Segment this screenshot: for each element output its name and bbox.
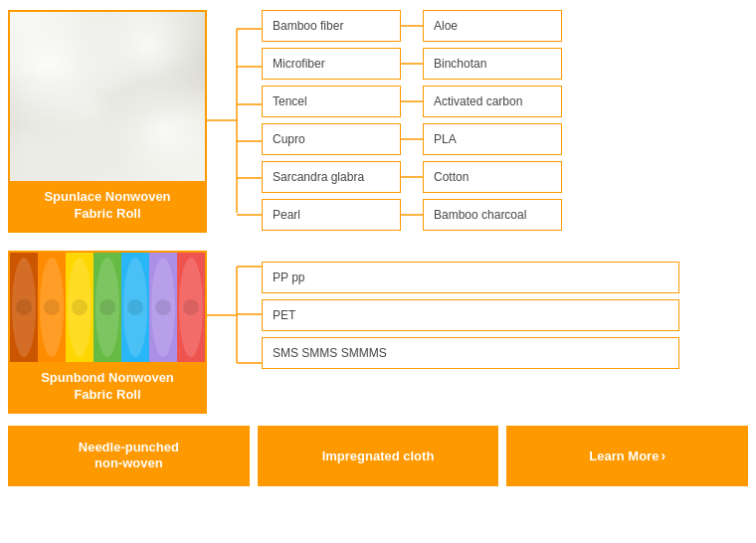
spunlace-label: Spunlace Nonwoven Fabric Roll: [10, 181, 205, 231]
impregnated-cloth-card[interactable]: Impregnated cloth: [258, 426, 499, 487]
spunbond-label: Spunbond Nonwoven Fabric Roll: [10, 362, 205, 412]
node-activated-carbon: Activated carbon: [423, 86, 562, 117]
node-cotton: Cotton: [423, 161, 562, 193]
connector-0: [401, 10, 423, 42]
spunlace-section: Spunlace Nonwoven Fabric Roll: [8, 10, 748, 233]
spunlace-card: Spunlace Nonwoven Fabric Roll: [8, 10, 207, 233]
impregnated-label: Impregnated cloth: [322, 449, 435, 463]
svg-point-30: [72, 299, 88, 315]
node-pet: PET: [262, 299, 679, 331]
spunlace-row-2: Tencel Activated carbon: [262, 86, 562, 117]
svg-point-29: [44, 299, 60, 315]
spunbond-svg: [10, 253, 205, 362]
node-cupro: Cupro: [262, 123, 401, 155]
svg-point-33: [155, 299, 171, 315]
node-bamboo-fiber: Bamboo fiber: [262, 10, 401, 42]
learn-more-content: Learn More›: [589, 448, 665, 463]
node-sarcandra: Sarcandra glabra: [262, 161, 401, 193]
svg-point-28: [16, 299, 32, 315]
node-microfiber: Microfiber: [262, 48, 401, 80]
connector-2: [401, 86, 423, 117]
spunbond-branches: [207, 251, 262, 380]
spunbond-card: Spunbond Nonwoven Fabric Roll: [8, 251, 207, 414]
spunbond-tree: PP pp PET SMS SMMS SMMMS: [207, 251, 748, 380]
spunlace-row-4: Sarcandra glabra Cotton: [262, 161, 562, 193]
spunlace-col1-container: Bamboo fiber Aloe Microfiber Binchotan: [262, 10, 562, 231]
learn-more-arrow: ›: [661, 448, 665, 463]
spunlace-row-5: Pearl Bamboo charcoal: [262, 199, 562, 231]
page-container: Spunlace Nonwoven Fabric Roll: [0, 0, 756, 496]
spunlace-label-line1: Spunlace Nonwoven: [44, 189, 170, 204]
fiber-texture: [10, 12, 205, 181]
spunlace-image: [10, 12, 205, 181]
spunlace-row-3: Cupro PLA: [262, 123, 562, 155]
node-aloe: Aloe: [423, 10, 562, 42]
node-pearl: Pearl: [262, 199, 401, 231]
node-pla: PLA: [423, 123, 562, 155]
spunbond-nodes: PP pp PET SMS SMMS SMMMS: [262, 262, 679, 369]
node-tencel: Tencel: [262, 86, 401, 117]
connector-3: [401, 123, 423, 155]
node-pp: PP pp: [262, 262, 679, 293]
needle-punched-label: Needle-punched non-woven: [79, 440, 179, 473]
connector-4: [401, 161, 423, 193]
learn-more-label: Learn More: [589, 449, 659, 463]
spunlace-row-1: Microfiber Binchotan: [262, 48, 562, 80]
spunbond-section: Spunbond Nonwoven Fabric Roll PP pp PET: [8, 251, 748, 414]
spunlace-label-line2: Fabric Roll: [74, 206, 140, 221]
node-sms: SMS SMMS SMMMS: [262, 337, 679, 369]
spunbond-label-line2: Fabric Roll: [74, 387, 140, 402]
spunbond-image: [10, 253, 205, 362]
svg-point-31: [99, 299, 115, 315]
needle-punched-card[interactable]: Needle-punched non-woven: [8, 426, 250, 487]
connector-1: [401, 48, 423, 80]
node-binchotan: Binchotan: [423, 48, 562, 80]
bottom-cards: Needle-punched non-woven Impregnated clo…: [8, 426, 748, 487]
spunbond-rolls: [10, 253, 205, 362]
connector-5: [401, 199, 423, 231]
spunlace-row-0: Bamboo fiber Aloe: [262, 10, 562, 42]
learn-more-card[interactable]: Learn More›: [506, 426, 748, 487]
spunlace-tree: Bamboo fiber Aloe Microfiber Binchotan: [207, 10, 748, 231]
spunbond-label-line1: Spunbond Nonwoven: [41, 370, 174, 385]
svg-point-32: [127, 299, 143, 315]
spunlace-branches-left: [207, 11, 262, 230]
svg-point-34: [183, 299, 199, 315]
node-bamboo-charcoal: Bamboo charcoal: [423, 199, 562, 231]
